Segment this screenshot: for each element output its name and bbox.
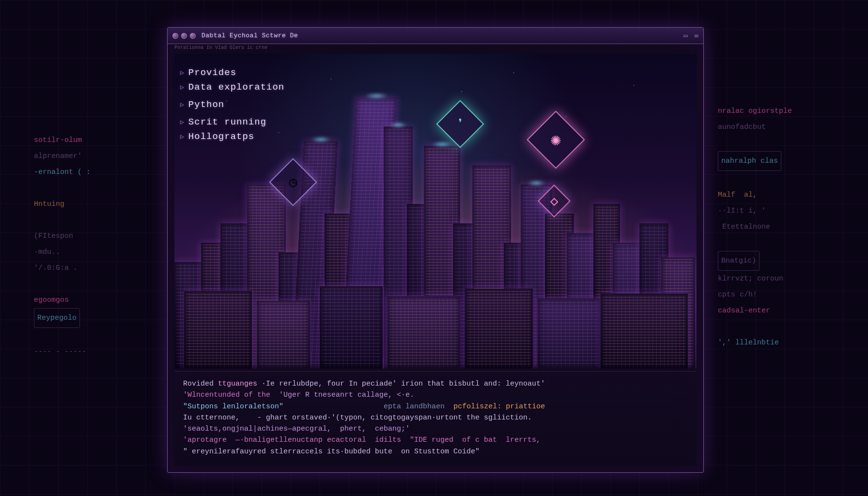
traffic-dot-3[interactable]: [190, 33, 196, 39]
window-content: ◷ ❜ ✺ ◇ ▷ Provides ▷ Data exploration: [174, 54, 697, 465]
menu-label: Scrit running: [188, 117, 266, 127]
chevron-right-icon: ▷: [180, 83, 185, 91]
terminal-output: Rovided ttguanges ·Ie rerlubdpe, four In…: [174, 371, 697, 465]
minimize-button[interactable]: ▭: [683, 31, 687, 40]
traffic-dot-1[interactable]: [172, 33, 178, 39]
menu-item-script-running[interactable]: ▷ Scrit running: [180, 117, 284, 127]
menu-item-holograms[interactable]: ▷ Hollogratps: [180, 131, 284, 142]
traffic-dot-2[interactable]: [181, 33, 187, 39]
bg-code-left: sotilr-olum alprenamer' -ernalont ( : Hn…: [34, 116, 150, 360]
menu-item-provides[interactable]: ▷ Provides: [180, 67, 284, 78]
titlebar[interactable]: Dabtal Eychoal Sctwre De ▭ ✉: [168, 28, 703, 44]
window-subtitle: Pnrationna In Vlad Olers ic crne: [174, 45, 267, 50]
menu-item-python[interactable]: ▷ Python: [180, 99, 284, 110]
menu-label: Data exploration: [188, 82, 284, 93]
chevron-right-icon: ▷: [180, 69, 185, 77]
menu-label: Hollogratps: [188, 131, 254, 142]
menu-label: Python: [188, 99, 224, 110]
bg-code-right: nralac ogiorstple aunofadcbut nahralph c…: [718, 87, 839, 351]
menu-label: Provides: [188, 67, 236, 78]
sidebar-menu: ▷ Provides ▷ Data exploration ▷ Python ▷…: [180, 67, 284, 146]
menu-item-data-exploration[interactable]: ▷ Data exploration: [180, 82, 284, 93]
main-window: Dabtal Eychoal Sctwre De ▭ ✉ Pnrationna …: [167, 27, 704, 473]
chevron-right-icon: ▷: [180, 133, 185, 140]
chevron-right-icon: ▷: [180, 101, 185, 108]
chevron-right-icon: ▷: [180, 118, 185, 126]
mail-icon[interactable]: ✉: [695, 31, 698, 40]
window-title: Dabtal Eychoal Sctwre De: [202, 32, 681, 39]
